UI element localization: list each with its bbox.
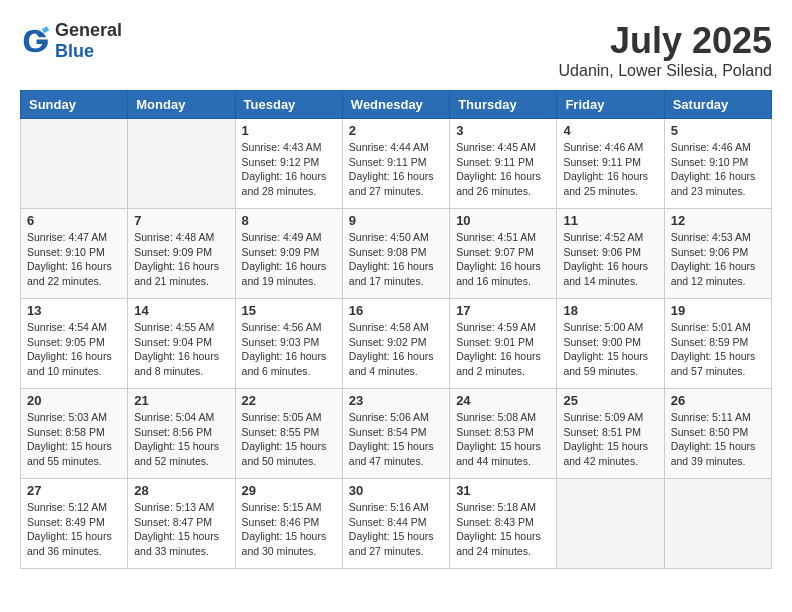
day-info: Sunrise: 5:03 AM Sunset: 8:58 PM Dayligh…: [27, 410, 121, 469]
calendar-cell: 2Sunrise: 4:44 AM Sunset: 9:11 PM Daylig…: [342, 119, 449, 209]
day-info: Sunrise: 4:53 AM Sunset: 9:06 PM Dayligh…: [671, 230, 765, 289]
calendar-week-row: 6Sunrise: 4:47 AM Sunset: 9:10 PM Daylig…: [21, 209, 772, 299]
logo-blue-text: Blue: [55, 41, 122, 62]
day-info: Sunrise: 5:09 AM Sunset: 8:51 PM Dayligh…: [563, 410, 657, 469]
day-info: Sunrise: 5:04 AM Sunset: 8:56 PM Dayligh…: [134, 410, 228, 469]
day-number: 31: [456, 483, 550, 498]
day-info: Sunrise: 4:59 AM Sunset: 9:01 PM Dayligh…: [456, 320, 550, 379]
calendar-cell: 9Sunrise: 4:50 AM Sunset: 9:08 PM Daylig…: [342, 209, 449, 299]
calendar-cell: 20Sunrise: 5:03 AM Sunset: 8:58 PM Dayli…: [21, 389, 128, 479]
page-header: General Blue July 2025 Udanin, Lower Sil…: [20, 20, 772, 80]
day-info: Sunrise: 5:16 AM Sunset: 8:44 PM Dayligh…: [349, 500, 443, 559]
logo-icon: [20, 26, 50, 56]
calendar-cell: 8Sunrise: 4:49 AM Sunset: 9:09 PM Daylig…: [235, 209, 342, 299]
calendar-cell: 30Sunrise: 5:16 AM Sunset: 8:44 PM Dayli…: [342, 479, 449, 569]
day-number: 11: [563, 213, 657, 228]
day-number: 29: [242, 483, 336, 498]
day-info: Sunrise: 4:48 AM Sunset: 9:09 PM Dayligh…: [134, 230, 228, 289]
day-info: Sunrise: 5:08 AM Sunset: 8:53 PM Dayligh…: [456, 410, 550, 469]
day-info: Sunrise: 4:45 AM Sunset: 9:11 PM Dayligh…: [456, 140, 550, 199]
day-number: 13: [27, 303, 121, 318]
weekday-header: Saturday: [664, 91, 771, 119]
calendar-cell: [128, 119, 235, 209]
day-info: Sunrise: 4:54 AM Sunset: 9:05 PM Dayligh…: [27, 320, 121, 379]
day-number: 6: [27, 213, 121, 228]
day-info: Sunrise: 4:50 AM Sunset: 9:08 PM Dayligh…: [349, 230, 443, 289]
calendar-cell: 21Sunrise: 5:04 AM Sunset: 8:56 PM Dayli…: [128, 389, 235, 479]
weekday-header: Wednesday: [342, 91, 449, 119]
calendar-week-row: 1Sunrise: 4:43 AM Sunset: 9:12 PM Daylig…: [21, 119, 772, 209]
calendar-cell: 13Sunrise: 4:54 AM Sunset: 9:05 PM Dayli…: [21, 299, 128, 389]
weekday-header-row: SundayMondayTuesdayWednesdayThursdayFrid…: [21, 91, 772, 119]
day-number: 12: [671, 213, 765, 228]
calendar-cell: 19Sunrise: 5:01 AM Sunset: 8:59 PM Dayli…: [664, 299, 771, 389]
weekday-header: Friday: [557, 91, 664, 119]
calendar-cell: [664, 479, 771, 569]
day-info: Sunrise: 4:55 AM Sunset: 9:04 PM Dayligh…: [134, 320, 228, 379]
day-info: Sunrise: 5:05 AM Sunset: 8:55 PM Dayligh…: [242, 410, 336, 469]
day-number: 4: [563, 123, 657, 138]
day-number: 1: [242, 123, 336, 138]
day-info: Sunrise: 4:58 AM Sunset: 9:02 PM Dayligh…: [349, 320, 443, 379]
calendar-cell: 15Sunrise: 4:56 AM Sunset: 9:03 PM Dayli…: [235, 299, 342, 389]
day-info: Sunrise: 5:00 AM Sunset: 9:00 PM Dayligh…: [563, 320, 657, 379]
calendar-cell: [21, 119, 128, 209]
day-info: Sunrise: 5:18 AM Sunset: 8:43 PM Dayligh…: [456, 500, 550, 559]
location-text: Udanin, Lower Silesia, Poland: [559, 62, 772, 80]
calendar-cell: 31Sunrise: 5:18 AM Sunset: 8:43 PM Dayli…: [450, 479, 557, 569]
day-number: 26: [671, 393, 765, 408]
calendar-cell: 6Sunrise: 4:47 AM Sunset: 9:10 PM Daylig…: [21, 209, 128, 299]
calendar-cell: 22Sunrise: 5:05 AM Sunset: 8:55 PM Dayli…: [235, 389, 342, 479]
day-number: 27: [27, 483, 121, 498]
day-number: 23: [349, 393, 443, 408]
calendar-cell: 4Sunrise: 4:46 AM Sunset: 9:11 PM Daylig…: [557, 119, 664, 209]
calendar-cell: 27Sunrise: 5:12 AM Sunset: 8:49 PM Dayli…: [21, 479, 128, 569]
calendar-cell: 7Sunrise: 4:48 AM Sunset: 9:09 PM Daylig…: [128, 209, 235, 299]
day-number: 15: [242, 303, 336, 318]
calendar-cell: 3Sunrise: 4:45 AM Sunset: 9:11 PM Daylig…: [450, 119, 557, 209]
calendar-cell: 5Sunrise: 4:46 AM Sunset: 9:10 PM Daylig…: [664, 119, 771, 209]
day-info: Sunrise: 4:49 AM Sunset: 9:09 PM Dayligh…: [242, 230, 336, 289]
title-block: July 2025 Udanin, Lower Silesia, Poland: [559, 20, 772, 80]
calendar-cell: 1Sunrise: 4:43 AM Sunset: 9:12 PM Daylig…: [235, 119, 342, 209]
day-info: Sunrise: 4:51 AM Sunset: 9:07 PM Dayligh…: [456, 230, 550, 289]
day-number: 25: [563, 393, 657, 408]
month-title: July 2025: [559, 20, 772, 62]
weekday-header: Sunday: [21, 91, 128, 119]
day-number: 28: [134, 483, 228, 498]
day-info: Sunrise: 5:15 AM Sunset: 8:46 PM Dayligh…: [242, 500, 336, 559]
day-number: 24: [456, 393, 550, 408]
day-number: 5: [671, 123, 765, 138]
calendar-table: SundayMondayTuesdayWednesdayThursdayFrid…: [20, 90, 772, 569]
calendar-cell: 10Sunrise: 4:51 AM Sunset: 9:07 PM Dayli…: [450, 209, 557, 299]
day-number: 14: [134, 303, 228, 318]
day-number: 20: [27, 393, 121, 408]
calendar-cell: 26Sunrise: 5:11 AM Sunset: 8:50 PM Dayli…: [664, 389, 771, 479]
day-number: 18: [563, 303, 657, 318]
day-info: Sunrise: 4:46 AM Sunset: 9:10 PM Dayligh…: [671, 140, 765, 199]
weekday-header: Monday: [128, 91, 235, 119]
day-info: Sunrise: 4:46 AM Sunset: 9:11 PM Dayligh…: [563, 140, 657, 199]
day-number: 30: [349, 483, 443, 498]
day-number: 19: [671, 303, 765, 318]
day-number: 9: [349, 213, 443, 228]
day-info: Sunrise: 5:12 AM Sunset: 8:49 PM Dayligh…: [27, 500, 121, 559]
calendar-cell: 25Sunrise: 5:09 AM Sunset: 8:51 PM Dayli…: [557, 389, 664, 479]
calendar-cell: 12Sunrise: 4:53 AM Sunset: 9:06 PM Dayli…: [664, 209, 771, 299]
day-info: Sunrise: 4:43 AM Sunset: 9:12 PM Dayligh…: [242, 140, 336, 199]
calendar-cell: [557, 479, 664, 569]
calendar-cell: 24Sunrise: 5:08 AM Sunset: 8:53 PM Dayli…: [450, 389, 557, 479]
day-info: Sunrise: 4:47 AM Sunset: 9:10 PM Dayligh…: [27, 230, 121, 289]
day-info: Sunrise: 5:11 AM Sunset: 8:50 PM Dayligh…: [671, 410, 765, 469]
day-info: Sunrise: 5:06 AM Sunset: 8:54 PM Dayligh…: [349, 410, 443, 469]
day-number: 10: [456, 213, 550, 228]
day-number: 22: [242, 393, 336, 408]
day-info: Sunrise: 4:44 AM Sunset: 9:11 PM Dayligh…: [349, 140, 443, 199]
day-number: 7: [134, 213, 228, 228]
day-number: 21: [134, 393, 228, 408]
logo: General Blue: [20, 20, 122, 62]
calendar-cell: 18Sunrise: 5:00 AM Sunset: 9:00 PM Dayli…: [557, 299, 664, 389]
calendar-week-row: 20Sunrise: 5:03 AM Sunset: 8:58 PM Dayli…: [21, 389, 772, 479]
day-info: Sunrise: 5:13 AM Sunset: 8:47 PM Dayligh…: [134, 500, 228, 559]
day-number: 2: [349, 123, 443, 138]
